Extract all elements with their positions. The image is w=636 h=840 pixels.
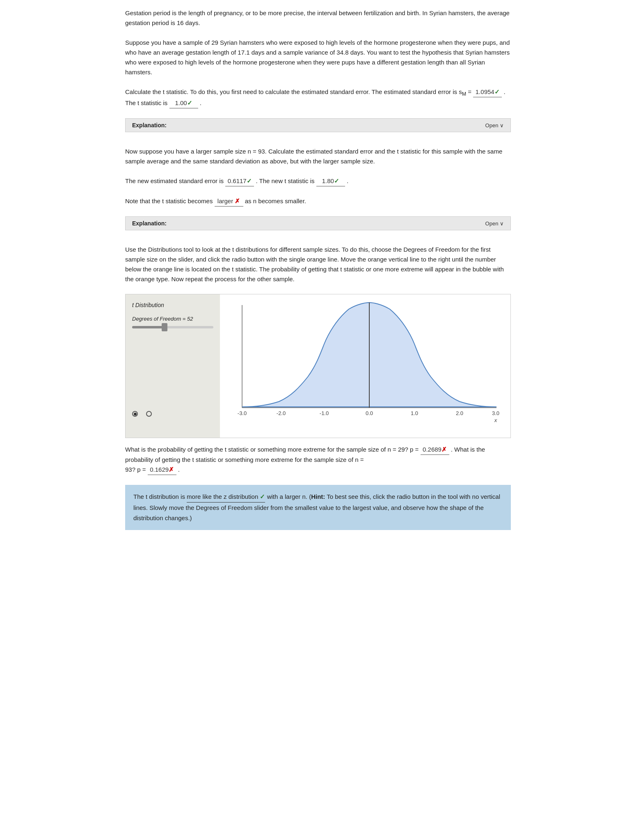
part4-prefix: What is the probability of getting the t… bbox=[125, 446, 421, 453]
svg-text:2.0: 2.0 bbox=[456, 410, 463, 416]
part1-section: Calculate the t statistic. To do this, y… bbox=[125, 87, 511, 108]
se2-value-field: 0.6117✓ bbox=[225, 176, 254, 186]
part2-suffix: . bbox=[347, 177, 348, 184]
svg-text:1.0: 1.0 bbox=[411, 410, 418, 416]
dof-slider[interactable] bbox=[132, 326, 213, 328]
part2-t3-prefix: Note that the t statistic becomes bbox=[125, 197, 215, 204]
bottom-answer-field: more like the z distribution ✓ bbox=[187, 491, 265, 503]
explanation-label-2: Explanation: bbox=[132, 220, 167, 227]
part3-text: Use the Distributions tool to look at th… bbox=[125, 245, 511, 284]
dist-sidebar: t Distribution Degrees of Freedom = 52 bbox=[126, 294, 220, 438]
p1-value-field: 0.2689✗ bbox=[421, 445, 449, 455]
part2-text1: Now suppose you have a larger sample siz… bbox=[125, 147, 511, 166]
part2-t3-suffix: as n becomes smaller. bbox=[245, 197, 306, 204]
part1-suffix: . bbox=[200, 99, 201, 106]
part2-prefix: The new estimated standard error is bbox=[125, 177, 225, 184]
explanation-bar-1: Explanation: Open ∨ bbox=[125, 118, 511, 132]
intro-para2: Suppose you have a sample of 29 Syrian h… bbox=[125, 38, 511, 77]
se-value-field: 1.0954✓ bbox=[473, 87, 502, 97]
bottom-text: The t distribution is more like the z di… bbox=[133, 491, 503, 523]
part2-text3: Note that the t statistic becomes larger… bbox=[125, 196, 511, 207]
t2-value-field: 1.80✓ bbox=[316, 176, 345, 186]
radio-option-1[interactable] bbox=[132, 411, 138, 417]
svg-text:-3.0: -3.0 bbox=[238, 410, 247, 416]
part4-text: What is the probability of getting the t… bbox=[125, 445, 511, 475]
svg-text:-2.0: -2.0 bbox=[277, 410, 286, 416]
svg-text:0.0: 0.0 bbox=[366, 410, 373, 416]
explanation-bar-2: Explanation: Open ∨ bbox=[125, 216, 511, 230]
bottom-section: The t distribution is more like the z di… bbox=[125, 485, 511, 530]
part4-suffix: 93? p = bbox=[125, 466, 148, 473]
svg-text:x: x bbox=[494, 417, 497, 423]
part4-end: . bbox=[178, 466, 180, 473]
part2-section: Now suppose you have a larger sample siz… bbox=[125, 147, 511, 207]
intro-section: Gestation period is the length of pregna… bbox=[125, 8, 511, 77]
dist-title: t Distribution bbox=[132, 302, 213, 308]
open-button-2[interactable]: Open ∨ bbox=[485, 220, 504, 227]
svg-text:3.0: 3.0 bbox=[492, 410, 499, 416]
radio-group bbox=[132, 411, 213, 417]
part1-prefix: Calculate the t statistic. To do this, y… bbox=[125, 88, 473, 95]
intro-para1: Gestation period is the length of pregna… bbox=[125, 8, 511, 28]
wrong-value-field: larger ✗ bbox=[215, 196, 243, 207]
part4-section: What is the probability of getting the t… bbox=[125, 445, 511, 475]
distribution-tool: t Distribution Degrees of Freedom = 52 bbox=[125, 294, 511, 438]
radio-circle-2[interactable] bbox=[146, 411, 152, 417]
svg-text:-1.0: -1.0 bbox=[320, 410, 329, 416]
part1-text: Calculate the t statistic. To do this, y… bbox=[125, 87, 511, 108]
radio-circle-1[interactable] bbox=[132, 411, 138, 417]
explanation-label-1: Explanation: bbox=[132, 122, 167, 129]
bottom-prefix: The t distribution is bbox=[133, 493, 187, 500]
distribution-chart: -3.0 -2.0 -1.0 0.0 1.0 2.0 3.0 x bbox=[228, 301, 502, 424]
radio-option-2[interactable] bbox=[146, 411, 152, 417]
part3-section: Use the Distributions tool to look at th… bbox=[125, 245, 511, 284]
part2-text2: The new estimated standard error is 0.61… bbox=[125, 176, 511, 186]
p2-value-field: 0.1629✗ bbox=[148, 465, 176, 475]
hint-label: Hint: bbox=[311, 493, 325, 500]
dist-dof-label: Degrees of Freedom = 52 bbox=[132, 316, 213, 322]
dist-chart-area: -3.0 -2.0 -1.0 0.0 1.0 2.0 3.0 x bbox=[220, 294, 510, 438]
icon-row bbox=[132, 423, 213, 430]
part2-mid: . The new t statistic is bbox=[256, 177, 316, 184]
open-button-1[interactable]: Open ∨ bbox=[485, 122, 504, 129]
t-value-field: 1.00✓ bbox=[169, 98, 198, 108]
